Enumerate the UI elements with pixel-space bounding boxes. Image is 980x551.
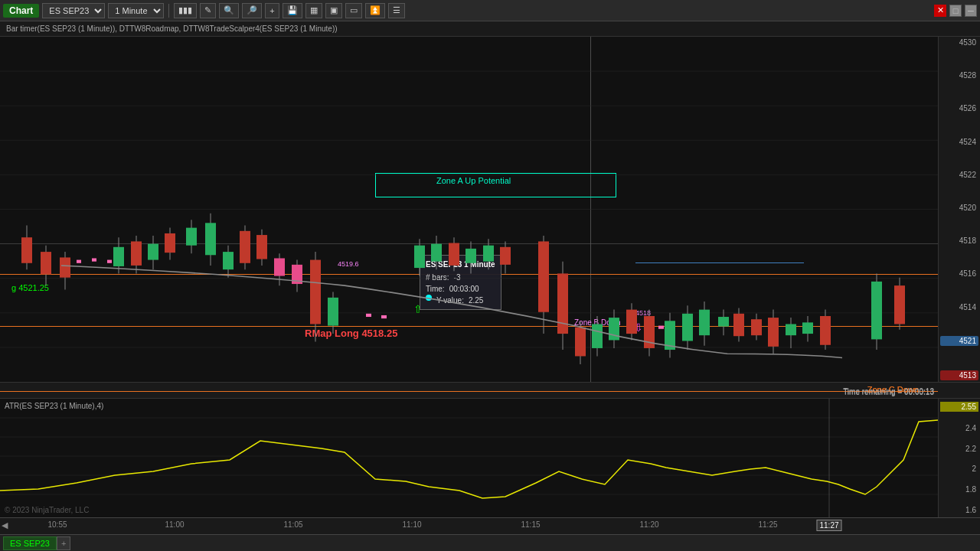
bar-chart-icon[interactable]: ▮▮▮ <box>174 3 197 18</box>
template-icon[interactable]: ▦ <box>305 3 322 18</box>
time-1055: 10:55 <box>47 520 67 529</box>
scroll-left-icon[interactable]: ◀ <box>2 520 8 530</box>
price-4518: 4518 <box>940 236 978 245</box>
time-axis: 10:55 11:00 11:05 11:10 11:15 11:20 11:2… <box>0 517 980 534</box>
svg-rect-84 <box>751 319 762 335</box>
info-bar: Bar timer(ES SEP23 (1 Minute)), DTTW8Roa… <box>0 21 980 37</box>
separator-panel: Zone C Down Time remaining = 00:00:13 Zo… <box>0 382 980 399</box>
active-tab[interactable]: ES SEP23 <box>3 536 57 550</box>
time-1120: 11:20 <box>639 520 658 529</box>
svg-rect-41 <box>310 260 321 324</box>
svg-rect-25 <box>165 233 175 253</box>
svg-rect-17 <box>107 260 112 263</box>
svg-rect-10 <box>21 237 32 263</box>
svg-rect-33 <box>240 231 250 263</box>
time-1127-current: 11:27 <box>816 520 841 531</box>
svg-rect-57 <box>500 247 511 265</box>
current-price-label: 4521 <box>940 336 978 346</box>
add-tab-button[interactable]: + <box>57 536 70 550</box>
price-4528: 4528 <box>940 71 978 80</box>
zoom-out-icon[interactable]: 🔎 <box>242 3 262 18</box>
svg-rect-29 <box>205 223 216 255</box>
atr-1-8: 1.8 <box>940 485 978 494</box>
chart-container: Bar timer(ES SEP23 (1 Minute)), DTTW8Roa… <box>0 21 980 551</box>
atr-2-0: 2 <box>940 465 978 473</box>
svg-rect-51 <box>449 243 459 266</box>
screen-icon[interactable]: ▭ <box>345 3 362 18</box>
atr-2-4: 2.4 <box>940 424 978 432</box>
main-chart[interactable]: Zone A Up Potential Zone B Down RMap Lon… <box>0 37 980 382</box>
time-1100: 11:00 <box>165 520 184 529</box>
price-scale-main: 4530 4528 4526 4524 4522 4520 4518 4516 … <box>938 37 980 382</box>
price-4526: 4526 <box>940 104 978 112</box>
minimize-button[interactable]: ─ <box>965 5 977 17</box>
svg-rect-15 <box>77 260 81 263</box>
time-1115: 11:15 <box>521 520 540 529</box>
atr-chart <box>0 399 938 517</box>
toolbar: Chart ES SEP23 1 Minute ▮▮▮ ✎ 🔍 🔎 + 💾 ▦ … <box>0 0 980 21</box>
svg-rect-67 <box>609 318 619 340</box>
price-4520: 4520 <box>940 204 978 212</box>
layout-icon[interactable]: ▣ <box>325 3 342 18</box>
svg-rect-78 <box>699 310 710 336</box>
info-bar-text: Bar timer(ES SEP23 (1 Minute)), DTTW8Roa… <box>6 24 338 33</box>
svg-rect-94 <box>871 282 882 340</box>
svg-rect-23 <box>148 244 158 260</box>
atr-1-6: 1.6 <box>940 506 978 514</box>
price-4522: 4522 <box>940 171 978 179</box>
svg-rect-63 <box>575 328 586 357</box>
svg-rect-16 <box>92 258 96 261</box>
properties-icon[interactable]: ☰ <box>388 3 405 18</box>
svg-rect-31 <box>223 252 234 269</box>
bottom-tabs: ES SEP23 + <box>0 534 980 551</box>
add-tab-icon: + <box>61 539 66 548</box>
zone-c-line <box>0 391 938 392</box>
indicators-icon[interactable]: ⏫ <box>365 3 385 18</box>
price-4530: 4530 <box>940 38 978 47</box>
candlestick-chart <box>0 37 938 382</box>
svg-rect-45 <box>381 315 387 318</box>
tab-label: ES SEP23 <box>10 539 50 548</box>
svg-rect-12 <box>41 252 51 274</box>
close-button[interactable]: ✕ <box>934 5 946 17</box>
price-4516: 4516 <box>940 269 978 278</box>
svg-rect-49 <box>431 244 442 262</box>
svg-rect-76 <box>682 314 693 341</box>
time-remaining-text: Time remaining = 00:00:13 <box>843 388 934 396</box>
svg-rect-69 <box>626 310 637 334</box>
svg-rect-14 <box>60 257 70 277</box>
svg-rect-37 <box>274 258 285 276</box>
time-1125: 11:25 <box>758 520 777 529</box>
svg-rect-65 <box>592 324 603 347</box>
svg-rect-86 <box>768 318 779 347</box>
atr-panel: ATR(ES SEP23 (1 Minute),4) 2.55 2.4 2.2 … <box>0 399 980 517</box>
atr-title: ATR(ES SEP23 (1 Minute),4) <box>5 402 103 410</box>
chart-label: Chart <box>3 4 39 18</box>
atr-current-value: 2.55 <box>940 402 978 412</box>
svg-rect-59 <box>538 241 549 311</box>
timeframe-select[interactable]: 1 Minute <box>108 3 164 18</box>
time-1105: 11:05 <box>283 520 302 529</box>
price-4514: 4514 <box>940 303 978 311</box>
copyright-label: © 2023 NinjaTrader, LLC <box>5 506 89 514</box>
maximize-button[interactable]: □ <box>949 5 962 17</box>
svg-rect-53 <box>466 249 476 263</box>
svg-rect-90 <box>802 322 813 334</box>
atr-scale: 2.55 2.4 2.2 2 1.8 1.6 <box>938 399 980 517</box>
plus-icon[interactable]: + <box>265 3 279 18</box>
svg-rect-47 <box>414 246 425 268</box>
svg-rect-96 <box>894 285 905 324</box>
svg-rect-88 <box>786 324 796 335</box>
time-1110: 11:10 <box>402 520 421 529</box>
pencil-icon[interactable]: ✎ <box>200 3 216 18</box>
svg-rect-72 <box>658 326 664 329</box>
svg-rect-43 <box>328 298 338 326</box>
zoom-in-icon[interactable]: 🔍 <box>219 3 239 18</box>
svg-rect-82 <box>733 314 744 336</box>
symbol-select[interactable]: ES SEP23 <box>42 3 105 18</box>
toolbar-sep-1 <box>168 4 169 18</box>
floppy-icon[interactable]: 💾 <box>283 3 302 18</box>
svg-rect-80 <box>718 317 729 327</box>
svg-rect-55 <box>483 246 494 262</box>
svg-rect-92 <box>820 316 831 345</box>
